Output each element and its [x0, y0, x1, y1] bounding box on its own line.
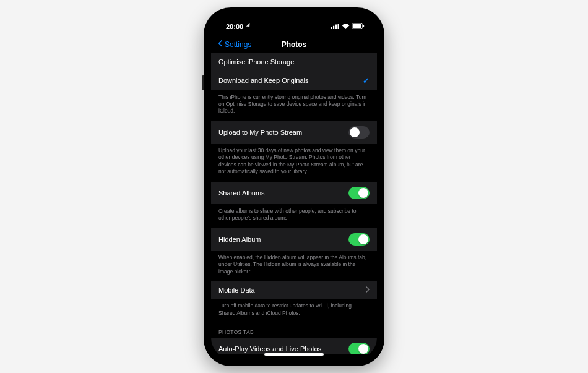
back-button[interactable]: Settings — [217, 40, 251, 49]
row-label: Shared Albums — [218, 189, 265, 197]
row-label: Auto-Play Videos and Live Photos — [218, 345, 321, 353]
chevron-right-icon — [366, 286, 370, 294]
footer-text: Create albums to share with other people… — [211, 205, 377, 228]
row-autoplay-videos-live-photos[interactable]: Auto-Play Videos and Live Photos — [211, 338, 377, 353]
home-indicator[interactable] — [264, 353, 324, 356]
wifi-icon — [342, 23, 350, 30]
svg-rect-3 — [338, 24, 339, 29]
footer-text: This iPhone is currently storing origina… — [211, 91, 377, 121]
row-optimise-storage[interactable]: Optimise iPhone Storage — [211, 53, 377, 71]
footer-text: Upload your last 30 days of new photos a… — [211, 144, 377, 182]
toggle-autoplay[interactable] — [348, 343, 370, 353]
back-label: Settings — [225, 40, 251, 49]
notch — [254, 15, 334, 28]
row-upload-my-photo-stream[interactable]: Upload to My Photo Stream — [211, 121, 377, 144]
row-hidden-album[interactable]: Hidden Album — [211, 228, 377, 251]
footer-text: Turn off mobile data to restrict updates… — [211, 299, 377, 323]
footer-text: When enabled, the Hidden album will appe… — [211, 251, 377, 281]
toggle-hidden-album[interactable] — [348, 233, 370, 246]
row-shared-albums[interactable]: Shared Albums — [211, 182, 377, 204]
row-mobile-data[interactable]: Mobile Data — [211, 281, 377, 299]
checkmark-icon: ✓ — [363, 76, 370, 85]
phone-frame: 20:00 Se — [204, 7, 384, 366]
screen: 20:00 Se — [211, 15, 377, 359]
row-label: Mobile Data — [218, 286, 255, 294]
status-time: 20:00 — [226, 23, 243, 30]
svg-rect-0 — [331, 27, 332, 29]
nav-bar: Settings Photos — [211, 36, 377, 53]
location-icon — [245, 22, 253, 30]
toggle-upload[interactable] — [348, 126, 370, 139]
settings-list: Optimise iPhone Storage Download and Kee… — [211, 53, 377, 354]
section-header-photos-tab: PHOTOS TAB — [211, 323, 377, 338]
row-label: Download and Keep Originals — [218, 77, 309, 84]
battery-icon — [352, 23, 365, 30]
row-download-keep-originals[interactable]: Download and Keep Originals ✓ — [211, 71, 377, 90]
page-title: Photos — [282, 40, 307, 49]
row-label: Upload to My Photo Stream — [218, 129, 302, 136]
row-label: Optimise iPhone Storage — [218, 58, 294, 66]
svg-rect-5 — [353, 24, 361, 28]
svg-rect-2 — [335, 24, 337, 29]
svg-rect-6 — [363, 24, 365, 27]
toggle-shared-albums[interactable] — [348, 187, 370, 199]
svg-rect-1 — [333, 25, 334, 28]
chevron-left-icon — [217, 40, 223, 49]
row-label: Hidden Album — [218, 236, 261, 243]
